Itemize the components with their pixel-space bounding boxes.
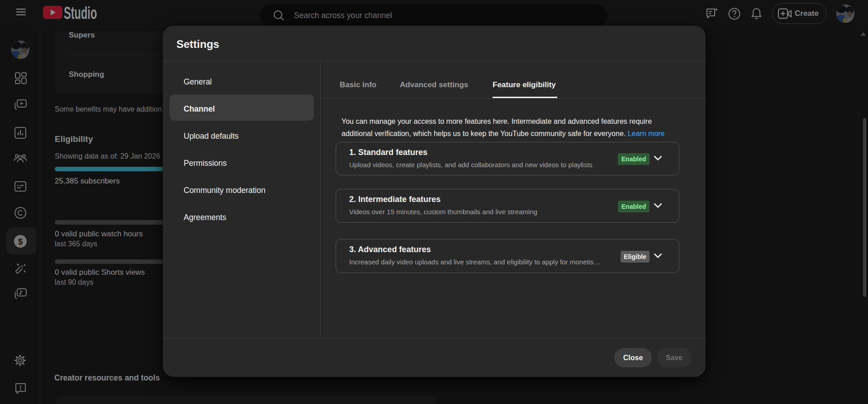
- svg-text:$: $: [18, 237, 23, 246]
